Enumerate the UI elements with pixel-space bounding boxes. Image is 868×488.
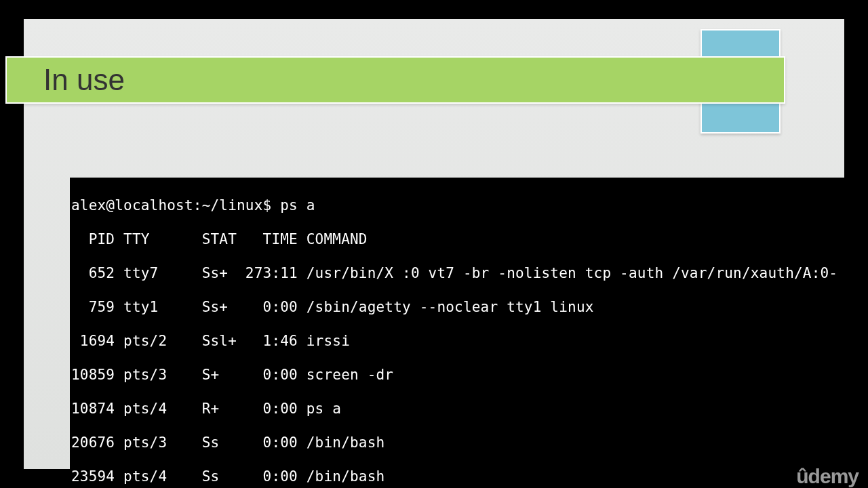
terminal-output: alex@localhost:~/linux$ ps a PID TTY STA…: [70, 178, 854, 488]
slide: In use alex@localhost:~/linux$ ps a PID …: [24, 19, 844, 469]
terminal-row: 20676 pts/3 Ss 0:00 /bin/bash: [71, 434, 852, 451]
terminal-row: 23594 pts/4 Ss 0:00 /bin/bash: [71, 468, 852, 485]
watermark: ûdemy: [796, 465, 859, 488]
terminal-prompt-line: alex@localhost:~/linux$ ps a: [71, 197, 852, 214]
terminal-row: 652 tty7 Ss+ 273:11 /usr/bin/X :0 vt7 -b…: [71, 265, 852, 282]
terminal-row: 1694 pts/2 Ssl+ 1:46 irssi: [71, 333, 852, 350]
terminal-row: 10859 pts/3 S+ 0:00 screen -dr: [71, 367, 852, 384]
slide-title: In use: [43, 63, 125, 97]
terminal-row: 10874 pts/4 R+ 0:00 ps a: [71, 401, 852, 418]
title-bar: In use: [5, 56, 785, 104]
terminal-header: PID TTY STAT TIME COMMAND: [71, 231, 852, 248]
terminal-row: 759 tty1 Ss+ 0:00 /sbin/agetty --noclear…: [71, 299, 852, 316]
